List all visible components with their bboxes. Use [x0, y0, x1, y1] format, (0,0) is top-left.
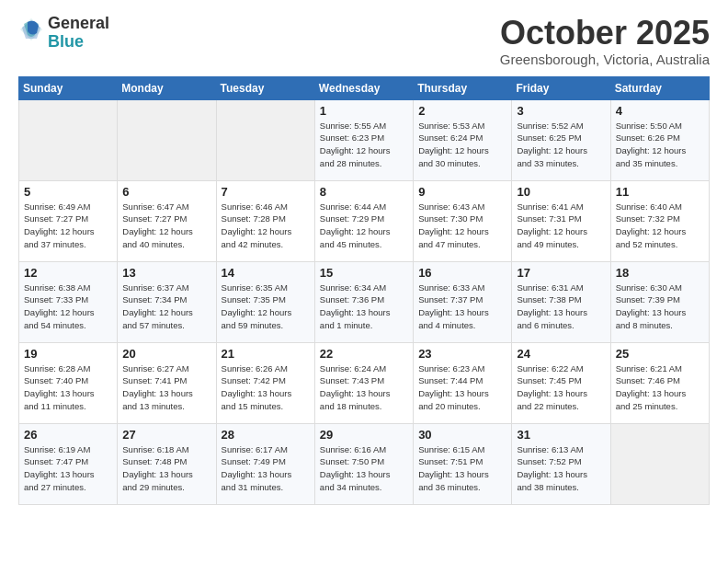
- day-info: Sunrise: 6:28 AMSunset: 7:40 PMDaylight:…: [24, 362, 112, 413]
- calendar-cell: 8Sunrise: 6:44 AMSunset: 7:29 PMDaylight…: [314, 180, 413, 261]
- logo-icon: [18, 17, 44, 42]
- day-number: 28: [222, 428, 310, 442]
- day-info: Sunrise: 6:18 AMSunset: 7:48 PMDaylight:…: [122, 443, 210, 494]
- day-info: Sunrise: 6:38 AMSunset: 7:33 PMDaylight:…: [24, 282, 112, 332]
- day-info: Sunrise: 5:53 AMSunset: 6:24 PMDaylight:…: [418, 120, 506, 170]
- day-info: Sunrise: 6:23 AMSunset: 7:44 PMDaylight:…: [418, 362, 506, 413]
- calendar-cell: 11Sunrise: 6:40 AMSunset: 7:32 PMDayligh…: [610, 180, 709, 261]
- day-info: Sunrise: 6:31 AMSunset: 7:38 PMDaylight:…: [517, 282, 605, 332]
- day-number: 17: [517, 266, 605, 280]
- day-number: 14: [222, 266, 310, 280]
- day-number: 7: [222, 185, 310, 199]
- day-number: 27: [122, 428, 210, 442]
- calendar-week-row: 12Sunrise: 6:38 AMSunset: 7:33 PMDayligh…: [19, 261, 710, 342]
- day-number: 11: [616, 185, 704, 199]
- day-info: Sunrise: 6:22 AMSunset: 7:45 PMDaylight:…: [517, 362, 605, 413]
- logo-general-text: General: [48, 15, 109, 33]
- calendar-cell: 5Sunrise: 6:49 AMSunset: 7:27 PMDaylight…: [19, 180, 118, 261]
- day-number: 3: [517, 104, 605, 118]
- calendar-cell: 17Sunrise: 6:31 AMSunset: 7:38 PMDayligh…: [512, 261, 610, 342]
- day-number: 13: [122, 266, 210, 280]
- day-number: 10: [517, 185, 605, 199]
- day-info: Sunrise: 6:49 AMSunset: 7:27 PMDaylight:…: [24, 201, 112, 251]
- day-number: 5: [24, 185, 112, 199]
- day-info: Sunrise: 6:33 AMSunset: 7:37 PMDaylight:…: [418, 282, 506, 332]
- calendar-table: SundayMondayTuesdayWednesdayThursdayFrid…: [18, 76, 710, 505]
- day-number: 21: [222, 347, 310, 361]
- day-number: 19: [24, 347, 112, 361]
- calendar-cell: [19, 99, 118, 180]
- day-number: 31: [517, 428, 605, 442]
- day-number: 26: [24, 428, 112, 442]
- calendar-cell: [118, 99, 216, 180]
- day-info: Sunrise: 6:15 AMSunset: 7:51 PMDaylight:…: [418, 443, 506, 494]
- calendar-cell: 15Sunrise: 6:34 AMSunset: 7:36 PMDayligh…: [314, 261, 413, 342]
- title-block: October 2025 Greensborough, Victoria, Au…: [500, 15, 710, 67]
- calendar-cell: 10Sunrise: 6:41 AMSunset: 7:31 PMDayligh…: [512, 180, 610, 261]
- calendar-header-thursday: Thursday: [414, 76, 512, 99]
- logo: General Blue: [18, 15, 109, 52]
- day-info: Sunrise: 6:16 AMSunset: 7:50 PMDaylight:…: [320, 443, 408, 494]
- calendar-cell: 23Sunrise: 6:23 AMSunset: 7:44 PMDayligh…: [414, 342, 512, 423]
- day-info: Sunrise: 6:21 AMSunset: 7:46 PMDaylight:…: [616, 362, 704, 413]
- calendar-cell: 24Sunrise: 6:22 AMSunset: 7:45 PMDayligh…: [512, 342, 610, 423]
- calendar-header-row: SundayMondayTuesdayWednesdayThursdayFrid…: [19, 76, 710, 99]
- day-number: 24: [517, 347, 605, 361]
- calendar-cell: 14Sunrise: 6:35 AMSunset: 7:35 PMDayligh…: [216, 261, 314, 342]
- calendar-cell: 12Sunrise: 6:38 AMSunset: 7:33 PMDayligh…: [19, 261, 118, 342]
- logo-blue-text: Blue: [48, 33, 109, 52]
- calendar-cell: 28Sunrise: 6:17 AMSunset: 7:49 PMDayligh…: [216, 423, 314, 504]
- location-title: Greensborough, Victoria, Australia: [500, 52, 710, 67]
- calendar-cell: 13Sunrise: 6:37 AMSunset: 7:34 PMDayligh…: [118, 261, 216, 342]
- calendar-cell: 26Sunrise: 6:19 AMSunset: 7:47 PMDayligh…: [19, 423, 118, 504]
- calendar-week-row: 19Sunrise: 6:28 AMSunset: 7:40 PMDayligh…: [19, 342, 710, 423]
- calendar-week-row: 1Sunrise: 5:55 AMSunset: 6:23 PMDaylight…: [19, 99, 710, 180]
- day-number: 8: [320, 185, 408, 199]
- day-info: Sunrise: 6:17 AMSunset: 7:49 PMDaylight:…: [222, 443, 310, 494]
- calendar-cell: 21Sunrise: 6:26 AMSunset: 7:42 PMDayligh…: [216, 342, 314, 423]
- day-info: Sunrise: 6:19 AMSunset: 7:47 PMDaylight:…: [24, 443, 112, 494]
- calendar-cell: 9Sunrise: 6:43 AMSunset: 7:30 PMDaylight…: [414, 180, 512, 261]
- day-number: 18: [616, 266, 704, 280]
- calendar-cell: 20Sunrise: 6:27 AMSunset: 7:41 PMDayligh…: [118, 342, 216, 423]
- calendar-cell: [610, 423, 709, 504]
- day-info: Sunrise: 6:24 AMSunset: 7:43 PMDaylight:…: [320, 362, 408, 413]
- day-info: Sunrise: 6:46 AMSunset: 7:28 PMDaylight:…: [222, 201, 310, 251]
- calendar-cell: 30Sunrise: 6:15 AMSunset: 7:51 PMDayligh…: [414, 423, 512, 504]
- calendar-cell: 2Sunrise: 5:53 AMSunset: 6:24 PMDaylight…: [414, 99, 512, 180]
- day-number: 12: [24, 266, 112, 280]
- calendar-header-sunday: Sunday: [19, 76, 118, 99]
- calendar-cell: 16Sunrise: 6:33 AMSunset: 7:37 PMDayligh…: [414, 261, 512, 342]
- calendar-cell: 3Sunrise: 5:52 AMSunset: 6:25 PMDaylight…: [512, 99, 610, 180]
- calendar-cell: 29Sunrise: 6:16 AMSunset: 7:50 PMDayligh…: [314, 423, 413, 504]
- day-info: Sunrise: 6:40 AMSunset: 7:32 PMDaylight:…: [616, 201, 704, 251]
- day-number: 6: [122, 185, 210, 199]
- calendar-header-tuesday: Tuesday: [216, 76, 314, 99]
- calendar-cell: 19Sunrise: 6:28 AMSunset: 7:40 PMDayligh…: [19, 342, 118, 423]
- day-number: 9: [418, 185, 506, 199]
- calendar-cell: [216, 99, 314, 180]
- day-number: 4: [616, 104, 704, 118]
- calendar-header-friday: Friday: [512, 76, 610, 99]
- calendar-cell: 4Sunrise: 5:50 AMSunset: 6:26 PMDaylight…: [610, 99, 709, 180]
- day-info: Sunrise: 6:34 AMSunset: 7:36 PMDaylight:…: [320, 282, 408, 332]
- calendar-cell: 6Sunrise: 6:47 AMSunset: 7:27 PMDaylight…: [118, 180, 216, 261]
- day-info: Sunrise: 5:50 AMSunset: 6:26 PMDaylight:…: [616, 120, 704, 170]
- day-number: 30: [418, 428, 506, 442]
- day-info: Sunrise: 6:37 AMSunset: 7:34 PMDaylight:…: [122, 282, 210, 332]
- calendar-cell: 7Sunrise: 6:46 AMSunset: 7:28 PMDaylight…: [216, 180, 314, 261]
- day-number: 29: [320, 428, 408, 442]
- day-info: Sunrise: 6:44 AMSunset: 7:29 PMDaylight:…: [320, 201, 408, 251]
- day-info: Sunrise: 6:30 AMSunset: 7:39 PMDaylight:…: [616, 282, 704, 332]
- day-info: Sunrise: 6:27 AMSunset: 7:41 PMDaylight:…: [122, 362, 210, 413]
- day-number: 22: [320, 347, 408, 361]
- day-info: Sunrise: 6:41 AMSunset: 7:31 PMDaylight:…: [517, 201, 605, 251]
- calendar-header-monday: Monday: [118, 76, 216, 99]
- day-number: 2: [418, 104, 506, 118]
- day-number: 15: [320, 266, 408, 280]
- day-info: Sunrise: 5:52 AMSunset: 6:25 PMDaylight:…: [517, 120, 605, 170]
- calendar-cell: 31Sunrise: 6:13 AMSunset: 7:52 PMDayligh…: [512, 423, 610, 504]
- calendar-cell: 18Sunrise: 6:30 AMSunset: 7:39 PMDayligh…: [610, 261, 709, 342]
- day-number: 23: [418, 347, 506, 361]
- day-number: 1: [320, 104, 408, 118]
